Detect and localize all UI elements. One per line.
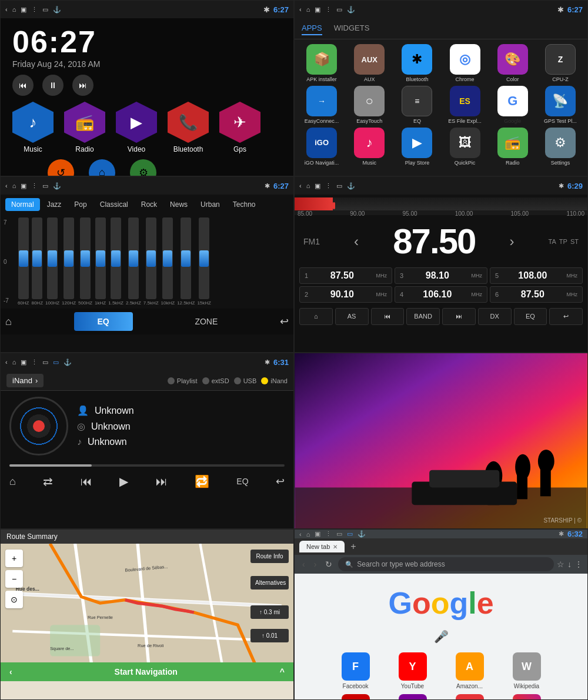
inand-src[interactable]: iNand bbox=[261, 377, 288, 384]
app-eq[interactable]: ≡ EQ bbox=[395, 86, 439, 125]
preset-5[interactable]: 5 108.00 MHz bbox=[490, 267, 583, 284]
eq-tab-classical[interactable]: Classical bbox=[94, 198, 134, 211]
back-p8[interactable]: ‹ bbox=[299, 531, 302, 538]
eq-tab-rock[interactable]: Rock bbox=[135, 198, 163, 211]
radio-app-hex[interactable]: 📻 Radio bbox=[61, 102, 108, 153]
tab-apps[interactable]: APPS bbox=[302, 22, 322, 35]
app-playstore[interactable]: ▶ Play Store bbox=[395, 128, 439, 166]
music-play-btn[interactable]: ▶ bbox=[119, 474, 128, 488]
music-home-btn[interactable]: ⌂ bbox=[9, 475, 16, 488]
map-zoom-out[interactable]: − bbox=[5, 570, 23, 588]
route-info-btn[interactable]: Route Info bbox=[250, 550, 289, 563]
nav-refresh-btn[interactable]: ↻ bbox=[322, 558, 335, 570]
eq-label-button[interactable]: EQ bbox=[74, 312, 133, 331]
map-zoom-in[interactable]: + bbox=[5, 550, 23, 567]
back-icon-p2[interactable]: ‹ bbox=[299, 6, 302, 13]
usb-src[interactable]: USB bbox=[234, 377, 257, 384]
video-app-hex[interactable]: ▶ Video bbox=[113, 102, 160, 153]
home-icon-p2[interactable]: ⌂ bbox=[306, 6, 310, 13]
bluetooth-app-hex[interactable]: 📞 Bluetooth bbox=[165, 102, 212, 153]
radio-seekbar[interactable]: 85.00 90.00 95.00 100.00 105.00 110.00 bbox=[295, 197, 587, 215]
app-cpuz[interactable]: Z CPU-Z bbox=[538, 44, 583, 83]
radio-next-btn[interactable]: › bbox=[509, 233, 514, 250]
tab-widgets[interactable]: WIDGETS bbox=[334, 22, 370, 35]
preset-3[interactable]: 3 98.10 MHz bbox=[395, 267, 487, 284]
radio-as-btn[interactable]: AS bbox=[335, 308, 369, 325]
extsd-src[interactable]: extSD bbox=[202, 377, 229, 384]
google-mic-icon[interactable]: 🎤 bbox=[434, 629, 449, 644]
app-google[interactable]: G Google bbox=[490, 86, 535, 125]
shortcut-instagram[interactable]: I Instagram bbox=[500, 694, 553, 700]
app-es[interactable]: ES ES File Expl... bbox=[442, 86, 487, 125]
home-icon[interactable]: ⌂ bbox=[12, 6, 16, 13]
overflow-btn[interactable]: ⋮ bbox=[574, 560, 583, 569]
back-icon[interactable]: ‹ bbox=[5, 6, 8, 13]
rect-p5[interactable]: ▣ bbox=[21, 359, 26, 366]
menu-p8[interactable]: ⋮ bbox=[325, 530, 332, 538]
eq-tab-jazz[interactable]: Jazz bbox=[41, 198, 68, 211]
rect-p8[interactable]: ▣ bbox=[315, 530, 320, 538]
map-compass[interactable]: ⊙ bbox=[5, 591, 23, 608]
menu-icon[interactable]: ⋮ bbox=[31, 6, 38, 14]
music-repeat-btn[interactable]: 🔁 bbox=[195, 474, 209, 488]
preset-6[interactable]: 6 87.50 MHz bbox=[490, 286, 583, 303]
radio-prev-btn[interactable]: ‹ bbox=[354, 233, 359, 250]
gps-app-hex[interactable]: ✈ Gps bbox=[216, 102, 263, 153]
home-bottom-icon[interactable]: ⌂ bbox=[89, 159, 115, 176]
eq-back-btn[interactable]: ↩ bbox=[280, 315, 289, 328]
radio-dx-btn[interactable]: DX bbox=[478, 308, 512, 325]
refresh-icon[interactable]: ↺ bbox=[48, 159, 74, 176]
home-p5[interactable]: ⌂ bbox=[12, 359, 16, 366]
music-progress-bar[interactable] bbox=[9, 464, 285, 467]
playlist-src[interactable]: Playlist bbox=[168, 377, 198, 384]
home-p3[interactable]: ⌂ bbox=[12, 182, 16, 189]
recents-icon-p2[interactable]: ▣ bbox=[315, 6, 320, 14]
radio-scan-prev-btn[interactable]: ⏮ bbox=[371, 308, 405, 325]
recents-icon[interactable]: ▣ bbox=[21, 6, 26, 14]
home-p4[interactable]: ⌂ bbox=[306, 182, 310, 189]
preset-2[interactable]: 2 90.10 MHz bbox=[299, 286, 392, 303]
preset-1[interactable]: 1 87.50 MHz bbox=[299, 267, 392, 284]
radio-home-btn[interactable]: ⌂ bbox=[299, 308, 333, 325]
shortcut-yahoo[interactable]: Y Yahoo bbox=[386, 694, 439, 700]
music-shuffle-btn[interactable]: ⇄ bbox=[43, 474, 53, 488]
shortcut-wikipedia[interactable]: W Wikipedia bbox=[500, 652, 553, 689]
menu-icon-p2[interactable]: ⋮ bbox=[325, 6, 332, 14]
inand-source-btn[interactable]: iNand › bbox=[6, 374, 44, 387]
app-bluetooth[interactable]: ✱ Bluetooth bbox=[395, 44, 439, 83]
music-back-btn[interactable]: ↩ bbox=[276, 475, 285, 488]
eq-tab-news[interactable]: News bbox=[164, 198, 193, 211]
radio-eq-btn[interactable]: EQ bbox=[514, 308, 547, 325]
next-button[interactable]: ⏭ bbox=[72, 75, 93, 96]
radio-band-btn[interactable]: BAND bbox=[406, 308, 440, 325]
app-color[interactable]: 🎨 Color bbox=[490, 44, 535, 83]
map-forward-arrow[interactable]: ^ bbox=[280, 667, 285, 676]
rect-p4[interactable]: ▣ bbox=[315, 182, 320, 190]
music-app-hex[interactable]: ♪ Music bbox=[9, 102, 56, 153]
new-tab-btn[interactable]: + bbox=[350, 541, 356, 552]
menu-p5[interactable]: ⋮ bbox=[31, 359, 38, 366]
back-p4[interactable]: ‹ bbox=[299, 182, 302, 189]
nav-forward-btn[interactable]: › bbox=[311, 558, 320, 570]
app-music[interactable]: ♪ Music bbox=[347, 128, 392, 166]
map-back-arrow[interactable]: ‹ bbox=[9, 667, 12, 676]
app-quickpic[interactable]: 🖼 QuickPic bbox=[442, 128, 487, 166]
settings-bottom-icon[interactable]: ⚙ bbox=[130, 159, 156, 176]
url-address-bar[interactable]: 🔍 Search or type web address bbox=[338, 557, 554, 571]
pause-button[interactable]: ⏸ bbox=[42, 75, 64, 96]
radio-scan-next-btn[interactable]: ⏭ bbox=[442, 308, 476, 325]
eq-tab-pop[interactable]: Pop bbox=[68, 198, 92, 211]
music-next-btn[interactable]: ⏭ bbox=[156, 475, 168, 488]
home-p8[interactable]: ⌂ bbox=[306, 531, 310, 538]
shortcut-ebay[interactable]: E eBay bbox=[443, 694, 496, 700]
shortcut-youtube[interactable]: Y YouTube bbox=[386, 652, 439, 689]
radio-back-btn[interactable]: ↩ bbox=[549, 308, 583, 325]
music-prev-btn[interactable]: ⏮ bbox=[81, 475, 92, 488]
app-igo[interactable]: iGO iGO Navigati... bbox=[299, 128, 344, 166]
tab-close-btn[interactable]: ✕ bbox=[333, 544, 338, 550]
app-settings[interactable]: ⚙ Settings bbox=[538, 128, 583, 166]
download-btn[interactable]: ↓ bbox=[567, 560, 572, 569]
app-easyconnect[interactable]: → EasyConnec... bbox=[299, 86, 344, 125]
shortcut-facebook[interactable]: F Facebook bbox=[329, 652, 382, 689]
app-chrome[interactable]: ◎ Chrome bbox=[442, 44, 487, 83]
